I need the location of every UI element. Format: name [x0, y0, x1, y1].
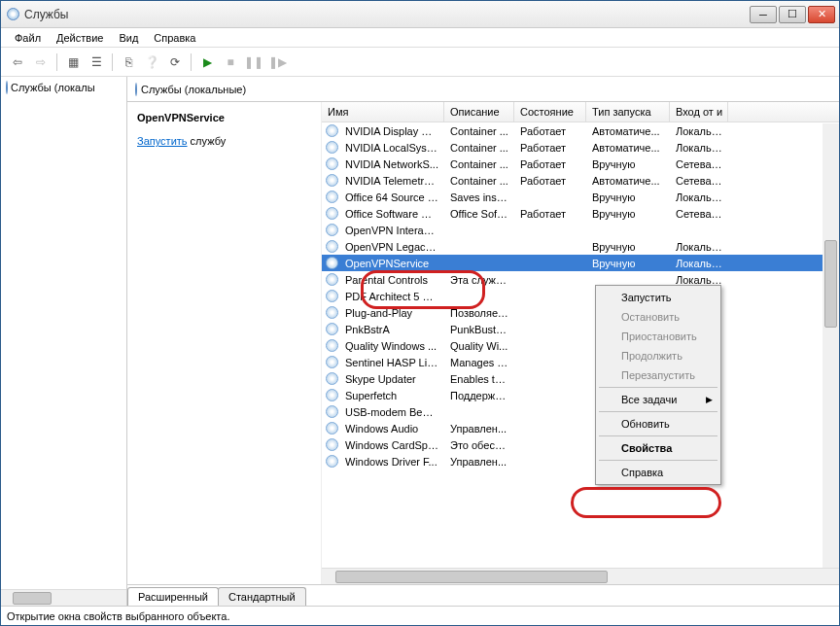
table-row[interactable]: USB-modem Beeli...Локальна — [322, 403, 839, 420]
export-button[interactable]: ⎘ — [118, 52, 139, 73]
chevron-right-icon: ▶ — [706, 395, 713, 404]
detail-pane: OpenVPNService Запустить службу — [127, 102, 322, 584]
table-row[interactable]: OpenVPNServiceВручнуюЛокальна — [322, 255, 839, 271]
table-row[interactable]: Office 64 Source E...Saves insta...Вручн… — [322, 189, 839, 205]
window-buttons: ─ ☐ ✕ — [750, 6, 835, 23]
ctx-sep — [599, 460, 718, 461]
cell-startup: Автоматиче... — [586, 175, 670, 187]
list-vscroll[interactable] — [822, 123, 839, 568]
cell-desc: Container ... — [444, 175, 514, 187]
gear-icon — [326, 124, 339, 138]
cell-name: Skype Updater — [339, 373, 444, 385]
table-row[interactable]: SuperfetchПоддержи...Локальна — [322, 387, 839, 403]
gear-icon — [326, 438, 339, 452]
cell-desc: Управлен... — [444, 423, 514, 435]
table-row[interactable]: NVIDIA NetworkS...Container ...РаботаетВ… — [322, 156, 839, 172]
minimize-button[interactable]: ─ — [750, 6, 777, 23]
cell-desc: Поддержи... — [444, 390, 514, 401]
close-button[interactable]: ✕ — [808, 6, 835, 23]
cell-state: Работает — [514, 158, 586, 170]
col-name[interactable]: Имя — [322, 102, 444, 122]
gear-icon — [326, 157, 339, 171]
gear-icon — [326, 141, 339, 155]
gear-icon — [326, 372, 339, 386]
table-row[interactable]: Sentinel HASP Lic...Manages li...Локальн… — [322, 354, 839, 370]
start-service-line: Запустить службу — [137, 135, 311, 147]
back-button[interactable]: ⇦ — [7, 52, 28, 73]
cell-name: Quality Windows ... — [339, 340, 444, 352]
ctx-sep — [599, 387, 718, 388]
cell-desc: Manages li... — [444, 357, 514, 368]
gear-icon — [326, 323, 339, 336]
ctx-start[interactable]: Запустить — [598, 288, 718, 307]
table-row[interactable]: Windows AudioУправлен...Локальна — [322, 420, 839, 436]
table-row[interactable]: NVIDIA Display Co...Container ...Работае… — [322, 122, 839, 139]
menu-help[interactable]: Справка — [146, 30, 203, 46]
col-startup[interactable]: Тип запуска — [586, 102, 670, 122]
list-hscroll[interactable] — [322, 568, 839, 584]
table-row[interactable]: Windows CardSpa...Это обесп...Локальна — [322, 436, 839, 453]
cell-startup: Вручную — [586, 258, 670, 269]
cell-name: Plug-and-Play — [339, 307, 444, 319]
ctx-pause: Приостановить — [598, 327, 718, 346]
table-row[interactable]: OpenVPN Interact... — [322, 222, 839, 238]
col-logon[interactable]: Вход от и — [670, 102, 728, 122]
maximize-button[interactable]: ☐ — [779, 6, 806, 23]
help-button[interactable]: ❔ — [141, 52, 162, 73]
table-row[interactable]: PnkBstrAPunkBuster...Локальна — [322, 321, 839, 337]
ctx-refresh[interactable]: Обновить — [598, 414, 718, 434]
main-body: OpenVPNService Запустить службу Имя Опис… — [127, 102, 839, 584]
cell-desc: Saves insta... — [444, 191, 514, 203]
ctx-properties[interactable]: Свойства — [598, 438, 718, 458]
gear-icon — [326, 240, 339, 254]
gear-icon — [326, 339, 339, 353]
list-header: Имя Описание Состояние Тип запуска Вход … — [322, 102, 839, 122]
table-row[interactable]: NVIDIA LocalSyste...Container ...Работае… — [322, 139, 839, 156]
ctx-help[interactable]: Справка — [598, 463, 718, 482]
refresh-button[interactable]: ⟳ — [164, 52, 186, 73]
ctx-stop: Остановить — [598, 307, 718, 327]
cell-desc: Эта служб... — [444, 274, 514, 286]
tree-root[interactable]: Службы (локалы — [5, 81, 122, 94]
gear-icon — [326, 191, 339, 204]
table-row[interactable]: Skype UpdaterEnables th...Локальна — [322, 370, 839, 387]
table-row[interactable]: Plug-and-PlayПозволяет...Локальна — [322, 304, 839, 321]
menu-view[interactable]: Вид — [111, 30, 146, 46]
main-header: Службы (локальные) — [127, 77, 839, 102]
table-row[interactable]: Windows Driver F...Управлен...Локальна — [322, 453, 839, 470]
table-row[interactable]: NVIDIA Telemetry ...Container ...Работае… — [322, 172, 839, 189]
show-hide-button[interactable]: ▦ — [62, 52, 84, 73]
table-row[interactable]: OpenVPN Legacy ...ВручнуюЛокальна — [322, 238, 839, 255]
gear-icon — [326, 174, 339, 188]
table-row[interactable]: Office Software Pr...Office Soft...Работ… — [322, 205, 839, 222]
table-row[interactable]: Quality Windows ...Quality Wi...Локальна — [322, 337, 839, 354]
start-service-link[interactable]: Запустить — [137, 135, 188, 147]
ctx-alltasks[interactable]: Все задачи▶ — [598, 390, 718, 409]
menu-action[interactable]: Действие — [49, 30, 111, 46]
tree-hscroll[interactable] — [1, 589, 126, 606]
gear-icon — [326, 290, 339, 303]
gear-icon — [326, 257, 339, 270]
tree-root-label: Службы (локалы — [11, 82, 95, 93]
cell-desc: PunkBuster... — [444, 324, 514, 335]
start-button[interactable]: ▶ — [196, 52, 218, 73]
cell-desc: Quality Wi... — [444, 340, 514, 352]
tab-extended[interactable]: Расширенный — [127, 587, 219, 606]
cell-name: OpenVPN Legacy ... — [339, 241, 444, 253]
cell-name: Office 64 Source E... — [339, 191, 444, 203]
gear-icon — [326, 405, 339, 419]
cell-name: OpenVPNService — [339, 258, 444, 269]
cell-startup: Автоматиче... — [586, 142, 670, 154]
properties-button[interactable]: ☰ — [86, 52, 107, 73]
col-state[interactable]: Состояние — [514, 102, 586, 122]
tab-standard[interactable]: Стандартный — [218, 587, 306, 606]
cell-name: OpenVPN Interact... — [339, 225, 444, 236]
main-header-title: Службы (локальные) — [141, 84, 246, 95]
cell-state: Работает — [514, 142, 586, 154]
gear-icon — [6, 82, 8, 93]
table-row[interactable]: Parental ControlsЭта служб...Локальна — [322, 271, 839, 288]
col-desc[interactable]: Описание — [444, 102, 514, 122]
cell-name: NVIDIA LocalSyste... — [339, 142, 444, 154]
menu-file[interactable]: Файл — [7, 30, 49, 46]
table-row[interactable]: PDF Architect 5 M...Локальна — [322, 288, 839, 304]
